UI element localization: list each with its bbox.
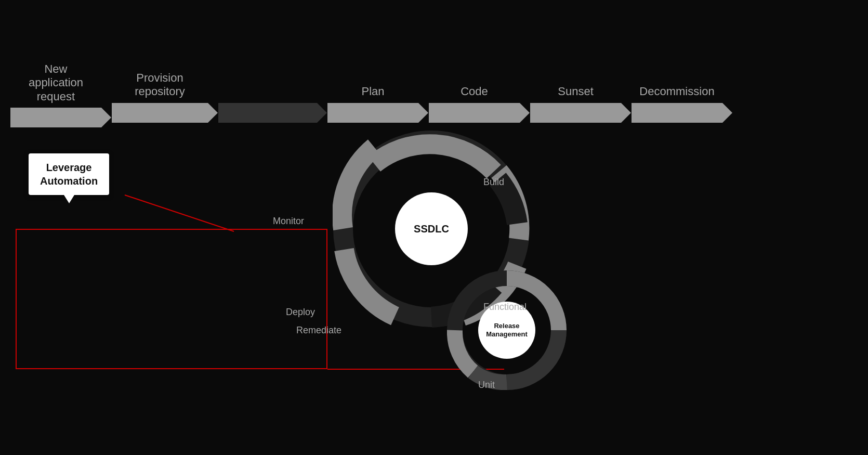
pipeline-label-new-app: New application request [29, 62, 83, 103]
functional-label: Functional [483, 302, 527, 313]
pipeline: New application request Provision reposi… [0, 62, 868, 127]
arrow-provision [112, 103, 208, 123]
release-management-label: Release Management [486, 322, 527, 338]
ssdlc-center: SSDLC [395, 192, 468, 265]
release-management-circle: Release Management [447, 270, 567, 390]
pipeline-step-provision: Provision repository [112, 68, 208, 123]
pipeline-step-code: Code [429, 68, 520, 123]
svg-line-0 [125, 195, 234, 231]
arrow-plan [327, 103, 418, 123]
deploy-label: Deploy [286, 307, 315, 318]
pipeline-label-code: Code [461, 68, 488, 99]
tooltip-line1: Leverage [46, 162, 92, 173]
arrow-body-plan [327, 103, 418, 123]
pipeline-step-sunset: Sunset [530, 68, 621, 123]
tooltip-line2: Automation [40, 175, 98, 187]
ssdlc-label: SSDLC [414, 223, 449, 235]
diagram-container: SSDLC Monitor Build Deploy Release Manag… [301, 130, 665, 442]
pipeline-step-new-app: New application request [10, 62, 101, 127]
pipeline-label-plan: Plan [361, 68, 384, 99]
pipeline-label-provision: Provision repository [135, 68, 185, 99]
arrow-gap [218, 103, 317, 123]
pipeline-step-gap [218, 68, 317, 123]
arrow-body-code [429, 103, 520, 123]
arrow-decommission [632, 103, 722, 123]
monitor-label: Monitor [273, 216, 304, 227]
unit-label: Unit [478, 380, 495, 391]
arrow-code [429, 103, 520, 123]
red-box [16, 229, 327, 369]
pipeline-step-decommission: Decommission [632, 68, 722, 123]
arrow-sunset [530, 103, 621, 123]
build-label: Build [483, 177, 504, 188]
arrow-new-app [10, 108, 101, 127]
arrow-body-sunset [530, 103, 621, 123]
pipeline-label-sunset: Sunset [558, 68, 594, 99]
leverage-automation-tooltip: Leverage Automation [29, 153, 109, 195]
arrow-body-new-app [10, 108, 101, 127]
pipeline-label-decommission: Decommission [639, 68, 714, 99]
pipeline-step-plan: Plan [327, 68, 418, 123]
arrow-body-decommission [632, 103, 722, 123]
arrow-body-provision [112, 103, 208, 123]
arrow-body-gap [218, 103, 317, 123]
remediate-label: Remediate [296, 325, 341, 336]
